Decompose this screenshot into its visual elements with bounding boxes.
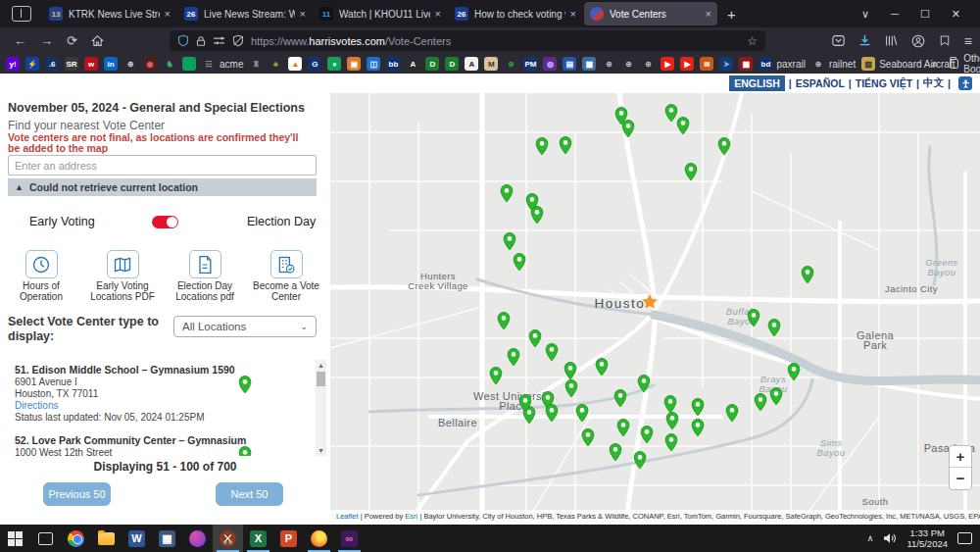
- tray-chevron-icon[interactable]: ∧: [867, 533, 874, 543]
- vote-center-marker[interactable]: [595, 358, 608, 376]
- list-tabs-icon[interactable]: ∨: [861, 8, 869, 21]
- bookmark-item[interactable]: ◫: [367, 57, 380, 71]
- word-taskbar-icon[interactable]: W: [122, 525, 152, 552]
- taskbar-clock[interactable]: 1:33 PM 11/5/2024: [906, 527, 948, 549]
- vote-center-marker[interactable]: [787, 363, 800, 380]
- browser-tab[interactable]: Vote Centers×: [584, 2, 717, 25]
- browser-tab[interactable]: 26How to check voting wait time:×: [449, 2, 582, 25]
- vote-center-marker[interactable]: [684, 163, 697, 180]
- bookmark-star-icon[interactable]: ☆: [747, 34, 758, 48]
- vote-center-marker[interactable]: [691, 398, 704, 416]
- bookmark-item[interactable]: ⊕: [641, 57, 655, 71]
- chrome-taskbar-icon[interactable]: [61, 525, 91, 552]
- address-input[interactable]: [8, 155, 317, 176]
- zoom-out-button[interactable]: −: [950, 468, 971, 489]
- tab-close-icon[interactable]: ×: [706, 8, 711, 20]
- bookmark-item[interactable]: ▶: [680, 57, 694, 71]
- early-voting-locations-pdf-button[interactable]: Early Voting Locations PDF: [81, 250, 164, 302]
- vote-center-marker[interactable]: [530, 206, 543, 224]
- bookmark-item[interactable]: ♜: [249, 57, 263, 71]
- downloads-icon[interactable]: [858, 34, 871, 47]
- vote-center-marker[interactable]: [507, 348, 519, 366]
- vote-center-marker[interactable]: [640, 426, 653, 443]
- map[interactable]: HoustonHuntersCreek VillageWest Universi…: [330, 93, 980, 523]
- list-item[interactable]: 51. Edison Middle School – Gymnasium 159…: [0, 360, 316, 430]
- bookmark-item[interactable]: ▶: [661, 57, 674, 71]
- vote-center-marker[interactable]: [613, 389, 626, 407]
- bookmark-item[interactable]: ▤: [563, 57, 576, 71]
- tab-close-icon[interactable]: ×: [570, 8, 576, 20]
- list-scrollbar[interactable]: ▲ ▼: [316, 360, 326, 456]
- bookmark-item[interactable]: ◍: [543, 57, 557, 71]
- bookmark-item[interactable]: D: [445, 57, 459, 71]
- library-icon[interactable]: [885, 34, 898, 47]
- bookmark-item[interactable]: bdpaxrail: [759, 57, 805, 71]
- vote-center-marker[interactable]: [754, 393, 766, 411]
- lock-icon[interactable]: [196, 35, 206, 47]
- snipping-tool-taskbar-icon[interactable]: [213, 525, 243, 552]
- close-icon[interactable]: ✕: [952, 8, 960, 21]
- tracking-shield-icon[interactable]: [177, 34, 189, 47]
- bookmarks-overflow-icon[interactable]: »: [932, 58, 938, 70]
- vote-center-marker[interactable]: [717, 137, 730, 155]
- media-app-taskbar-icon[interactable]: ∞: [334, 525, 365, 552]
- tab-close-icon[interactable]: ×: [165, 8, 171, 20]
- bookmark-item[interactable]: ▲: [288, 57, 302, 71]
- bookmark-item[interactable]: ▧Seaboard Aircraft: [861, 57, 955, 71]
- vote-center-marker[interactable]: [518, 394, 531, 412]
- vote-center-marker[interactable]: [691, 419, 704, 436]
- bookmark-item[interactable]: .6: [45, 57, 59, 71]
- accessibility-icon[interactable]: [958, 76, 972, 90]
- forward-icon[interactable]: →: [40, 33, 53, 48]
- vote-center-marker[interactable]: [564, 362, 576, 379]
- vote-center-marker[interactable]: [616, 419, 629, 436]
- vote-center-marker[interactable]: [503, 232, 515, 250]
- bookmark-item[interactable]: G: [308, 57, 321, 71]
- maximize-icon[interactable]: ☐: [920, 8, 930, 21]
- permissions-icon[interactable]: [213, 35, 225, 46]
- tab-close-icon[interactable]: ×: [300, 8, 306, 20]
- url-text[interactable]: https://www.harrisvotes.com/Vote-Centers: [251, 35, 451, 47]
- location-type-select[interactable]: All Locations ⌄: [173, 316, 317, 337]
- vote-center-marker[interactable]: [725, 404, 738, 422]
- bookmark-item[interactable]: bb: [386, 57, 400, 71]
- vote-center-marker[interactable]: [769, 387, 782, 405]
- vote-center-marker[interactable]: [676, 117, 689, 134]
- bookmark-item[interactable]: ▣: [347, 57, 361, 71]
- bookmark-item[interactable]: ⊕: [602, 57, 615, 71]
- bookmark-item[interactable]: ⚡: [25, 57, 39, 71]
- bookmark-item[interactable]: ●: [182, 57, 196, 71]
- shield-off-icon[interactable]: [232, 34, 244, 47]
- vote-center-marker[interactable]: [513, 253, 525, 271]
- bookmark-item[interactable]: A: [465, 57, 478, 71]
- task-view-taskbar-icon[interactable]: [30, 525, 61, 552]
- pocket-icon[interactable]: [832, 34, 845, 47]
- bookmark-item[interactable]: ⊕: [621, 57, 635, 71]
- vote-center-marker[interactable]: [801, 266, 813, 283]
- vote-center-marker[interactable]: [637, 375, 650, 392]
- vote-center-marker[interactable]: [581, 428, 594, 446]
- browser-tab[interactable]: 26Live News Stream: Watch FOX 2×: [178, 2, 312, 25]
- firefox-taskbar-icon[interactable]: [304, 525, 334, 552]
- tab-close-icon[interactable]: ×: [435, 8, 441, 20]
- vote-center-marker[interactable]: [564, 379, 577, 397]
- file-explorer-taskbar-icon[interactable]: [91, 525, 122, 552]
- back-icon[interactable]: ←: [14, 33, 26, 48]
- bookmark-item[interactable]: M: [484, 57, 498, 71]
- election-day-locations-pdf-button[interactable]: Election Day Locations pdf: [164, 250, 246, 302]
- vote-center-marker[interactable]: [535, 137, 548, 155]
- esri-link[interactable]: Esri: [405, 512, 417, 521]
- browser-tab[interactable]: 13KTRK News Live Streaming Vid×: [43, 2, 176, 25]
- become-a-vote-center-button[interactable]: Become a Vote Center: [245, 250, 327, 302]
- list-item[interactable]: 52. Love Park Community Center – Gymnasi…: [0, 430, 316, 456]
- vote-center-marker[interactable]: [500, 184, 513, 202]
- hours-of-operation-button[interactable]: Hours of Operation: [0, 250, 82, 302]
- vote-center-marker[interactable]: [767, 319, 780, 336]
- next-50-button[interactable]: Next 50: [216, 482, 283, 506]
- excel-taskbar-icon[interactable]: X: [243, 525, 273, 552]
- vote-center-marker[interactable]: [664, 433, 677, 451]
- extensions-icon[interactable]: [939, 34, 951, 47]
- directions-link[interactable]: Directions: [15, 400, 306, 411]
- bookmark-item[interactable]: y!: [6, 57, 20, 71]
- vote-center-marker[interactable]: [497, 312, 510, 329]
